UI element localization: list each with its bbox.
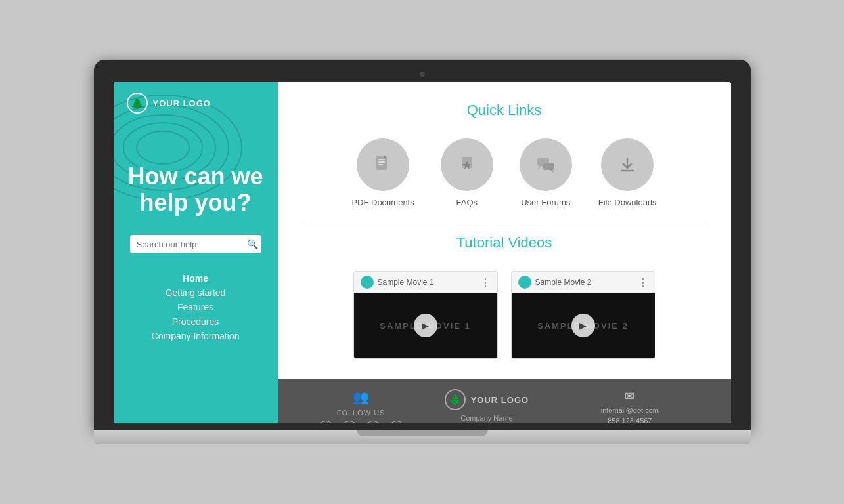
footer-logo-text: YOUR LOGO [471, 395, 529, 405]
download-icon-circle [601, 138, 654, 191]
main-content: Quick Links [278, 82, 731, 423]
video-card-2[interactable]: Sample Movie 2 ⋮ SAMPLE MOVIE 2 ▶ [511, 271, 655, 359]
sidebar-headline: How can we help you? [114, 124, 278, 235]
faq-label: FAQs [456, 198, 478, 207]
linkedin-icon[interactable]: in [388, 421, 405, 423]
follow-us-icon: 👥 [353, 389, 369, 405]
laptop: 🌲 YOUR LOGO How can we help you? 🔍 Home … [94, 60, 751, 444]
search-icon: 🔍 [247, 239, 258, 249]
video-avatar-1 [361, 276, 374, 289]
play-button-2[interactable]: ▶ [571, 314, 595, 337]
footer-follow-col: 👥 FOLLOW US f t ◎ in [317, 389, 405, 423]
laptop-base [94, 430, 751, 444]
facebook-icon[interactable]: f [317, 421, 334, 423]
sidebar-item-company-information[interactable]: Company Information [152, 331, 240, 341]
twitter-icon[interactable]: t [341, 421, 358, 423]
sidebar-nav: Home Getting started Features Procedures… [152, 273, 240, 341]
play-button-1[interactable]: ▶ [414, 314, 437, 337]
quick-links-title: Quick Links [304, 102, 705, 119]
faq-icon-circle [441, 138, 493, 191]
video-header-1: Sample Movie 1 ⋮ [354, 272, 497, 293]
video-header-left-1: Sample Movie 1 [361, 276, 434, 289]
footer-logo-icon: 🌲 [445, 389, 466, 410]
downloads-label: File Downloads [598, 198, 657, 207]
sidebar: 🌲 YOUR LOGO How can we help you? 🔍 Home … [114, 82, 278, 423]
sidebar-item-home[interactable]: Home [152, 273, 240, 284]
video-header-left-2: Sample Movie 2 [518, 276, 592, 289]
sidebar-item-getting-started[interactable]: Getting started [152, 287, 240, 298]
svg-rect-2 [378, 161, 385, 163]
footer-logo: 🌲 YOUR LOGO [445, 389, 529, 410]
section-divider [304, 220, 705, 221]
videos-row: Sample Movie 1 ⋮ SAMPLE MOVIE 1 ▶ [304, 271, 705, 359]
video-card-1[interactable]: Sample Movie 1 ⋮ SAMPLE MOVIE 1 ▶ [353, 271, 498, 359]
sidebar-logo: 🌲 YOUR LOGO [114, 82, 224, 124]
footer-email: infomail@dot.com [601, 406, 659, 414]
pdf-icon-circle [357, 138, 409, 191]
tutorials-title: Tutorial Videos [304, 234, 705, 251]
footer-phone: 858 123 4567 [608, 417, 652, 423]
screen-bezel: 🌲 YOUR LOGO How can we help you? 🔍 Home … [94, 60, 751, 430]
screen: 🌲 YOUR LOGO How can we help you? 🔍 Home … [114, 82, 731, 423]
quick-links-grid: PDF Documents FAQs [304, 138, 705, 207]
social-icons: f t ◎ in [317, 421, 405, 423]
main-body: Quick Links [278, 82, 731, 379]
sidebar-item-features[interactable]: Features [152, 302, 240, 312]
svg-rect-3 [378, 164, 383, 165]
instagram-icon[interactable]: ◎ [365, 421, 382, 423]
tutorial-section: Tutorial Videos Sample Movie 1 ⋮ [304, 234, 705, 359]
footer-logo-col: 🌲 YOUR LOGO Company Name [445, 389, 529, 422]
logo-text: YOUR LOGO [153, 98, 211, 108]
video-thumbnail-1[interactable]: SAMPLE MOVIE 1 ▶ [354, 293, 497, 358]
quick-link-forums[interactable]: User Forums [520, 138, 572, 207]
forums-label: User Forums [521, 198, 570, 207]
video-title-2: Sample Movie 2 [535, 278, 592, 287]
video-avatar-2 [518, 276, 531, 289]
video-menu-1[interactable]: ⋮ [480, 276, 491, 289]
forum-icon-circle [520, 138, 572, 191]
sidebar-item-procedures[interactable]: Procedures [152, 316, 240, 327]
search-input[interactable] [137, 240, 247, 249]
video-title-1: Sample Movie 1 [378, 278, 434, 287]
logo-icon: 🌲 [127, 93, 148, 114]
sidebar-search-box[interactable]: 🔍 [130, 235, 261, 253]
follow-us-label: FOLLOW US [337, 409, 386, 417]
pdf-label: PDF Documents [351, 198, 414, 207]
video-thumbnail-2[interactable]: SAMPLE MOVIE 2 ▶ [512, 293, 655, 358]
quick-link-faqs[interactable]: FAQs [441, 138, 493, 207]
footer-company-name: Company Name [460, 414, 512, 422]
footer: 👥 FOLLOW US f t ◎ in 🌲 YOUR LOGO [278, 379, 731, 423]
email-icon: ✉ [625, 389, 634, 404]
video-header-2: Sample Movie 2 ⋮ [512, 272, 655, 293]
quick-link-downloads[interactable]: File Downloads [598, 138, 657, 207]
footer-contact-col: ✉ infomail@dot.com 858 123 4567 1234 Lor… [568, 389, 691, 423]
svg-rect-6 [543, 163, 554, 170]
video-menu-2[interactable]: ⋮ [638, 276, 648, 289]
quick-link-pdf[interactable]: PDF Documents [351, 138, 414, 207]
svg-rect-1 [378, 159, 385, 160]
camera [420, 72, 425, 77]
